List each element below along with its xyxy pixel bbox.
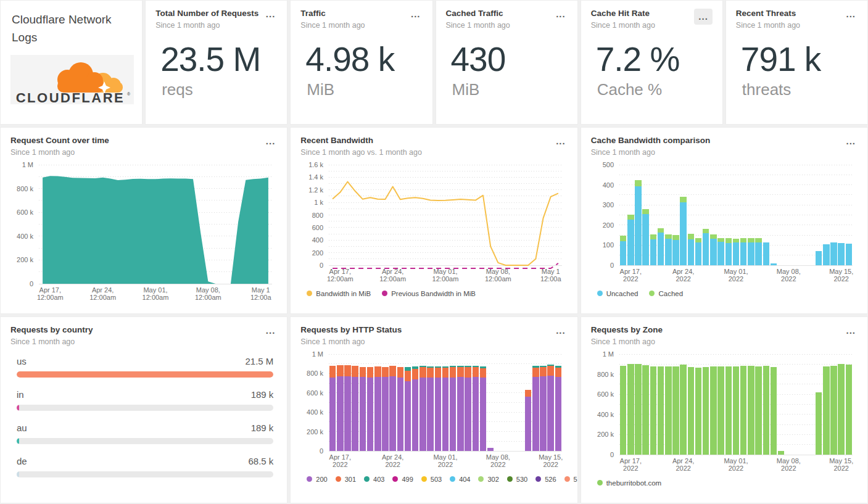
legend-item[interactable]: Uncached (597, 290, 639, 297)
panel-menu-icon[interactable]: ... (554, 136, 568, 147)
stat-panel-cached-traffic: Cached Traffic Since 1 month ago ... 430… (436, 0, 578, 125)
svg-text:600: 600 (312, 224, 323, 231)
country-bar-fill (17, 438, 19, 444)
legend-item[interactable]: 200 (307, 476, 327, 483)
country-label: au (17, 423, 27, 433)
panel-menu-icon[interactable]: ... (844, 325, 858, 336)
requests-by-country-panel: Requests by country Since 1 month ago ..… (0, 316, 287, 503)
svg-text:Apr 24,2022: Apr 24,2022 (382, 453, 403, 468)
svg-text:0: 0 (610, 262, 614, 269)
panel-menu-icon[interactable]: ... (409, 9, 423, 20)
country-value: 189 k (251, 423, 274, 433)
panel-menu-icon[interactable]: ... (554, 325, 568, 336)
svg-text:1 M: 1 M (602, 350, 613, 358)
svg-text:May 08,2022: May 08,2022 (776, 268, 800, 283)
request-count-panel: Request Count over time Since 1 month ag… (0, 127, 287, 314)
cloud-front-shape (57, 62, 104, 93)
requests-by-zone-chart[interactable]: 0200 k400 k600 k800 k1 MApr 17,2022Apr 2… (591, 349, 858, 476)
panel-subtitle: Since 1 month ago (591, 21, 655, 30)
country-value: 189 k (251, 389, 274, 400)
country-row: au189 k (17, 423, 273, 444)
request-count-chart[interactable]: 0200 k400 k600 k800 k1 MApr 17,12:00amAp… (10, 159, 277, 305)
svg-text:Apr 24,12:00am: Apr 24,12:00am (380, 268, 407, 283)
panel-menu-icon[interactable]: ... (844, 9, 858, 20)
svg-text:800 k: 800 k (17, 184, 33, 192)
panel-menu-icon[interactable]: ... (694, 9, 713, 25)
panel-subtitle: Since 1 month ago (446, 21, 510, 30)
legend-item[interactable]: Previous Bandwidth in MiB (382, 290, 476, 297)
svg-text:200: 200 (602, 221, 613, 229)
legend-item[interactable]: 302 (478, 476, 498, 483)
panel-menu-icon[interactable]: ... (844, 136, 858, 147)
svg-text:May 08,2022: May 08,2022 (776, 457, 800, 472)
svg-text:0: 0 (320, 447, 323, 455)
legend-item[interactable]: 403 (364, 476, 384, 483)
svg-text:800: 800 (312, 211, 323, 218)
panel-subtitle: Since 1 month ago vs. 1 month ago (300, 148, 422, 157)
panel-title: Request Count over time (10, 136, 109, 146)
country-row: de68.5 k (17, 456, 273, 477)
legend-item[interactable]: 524 (564, 476, 578, 483)
requests-by-zone-panel: Requests by Zone Since 1 month ago ... 0… (581, 316, 868, 503)
svg-text:May 112:00a: May 112:00a (250, 286, 272, 301)
legend-label: theburritobot.com (606, 479, 662, 487)
svg-text:Apr 17,12:00am: Apr 17,12:00am (37, 286, 64, 301)
legend-item[interactable]: 526 (535, 476, 556, 483)
svg-text:1 k: 1 k (315, 199, 324, 206)
panel-menu-icon[interactable]: ... (264, 325, 278, 336)
panel-title: Requests by Zone (591, 325, 663, 336)
cache-bandwidth-legend: UncachedCached (597, 290, 858, 297)
logo-reg-mark: ® (127, 92, 131, 96)
svg-text:0: 0 (30, 280, 33, 287)
svg-text:May 15,2022: May 15,2022 (539, 453, 563, 468)
legend-item[interactable]: 503 (421, 476, 442, 483)
legend-dot-icon (597, 480, 603, 485)
panel-menu-icon[interactable]: ... (264, 9, 278, 20)
svg-text:Apr 17,2022: Apr 17,2022 (329, 453, 351, 468)
svg-text:May 01,12:00am: May 01,12:00am (432, 268, 459, 283)
legend-item[interactable]: Bandwidth in MiB (307, 290, 371, 297)
country-label: us (17, 356, 27, 366)
svg-text:1 M: 1 M (312, 350, 323, 358)
svg-text:600 k: 600 k (307, 389, 323, 397)
stat-value: 791 k (741, 39, 858, 79)
panel-title: Cache Bandwidth comparison (591, 136, 711, 146)
legend-label: Uncached (606, 290, 639, 297)
svg-text:600 k: 600 k (597, 390, 614, 398)
brand-panel: Cloudflare Network Logs CLOUDFLARE ® (0, 0, 143, 125)
cloudflare-logo-svg: CLOUDFLARE ® (10, 55, 134, 104)
panel-title: Total Number of Requests (155, 9, 258, 19)
legend-label: 200 (316, 476, 327, 483)
legend-item[interactable]: 530 (507, 476, 527, 483)
legend-item[interactable]: Cached (649, 290, 683, 297)
country-bar-track (17, 438, 273, 444)
legend-dot-icon (421, 476, 427, 482)
legend-dot-icon (392, 476, 398, 482)
svg-text:800 k: 800 k (307, 370, 323, 377)
requests-by-http-status-chart[interactable]: 0200 k400 k600 k800 k1 MApr 17,2022Apr 2… (300, 349, 567, 472)
svg-text:May 08,12:00am: May 08,12:00am (485, 268, 511, 283)
cache_bandwidth-plot: 0100200300400500Apr 17,2022Apr 24,2022Ma… (591, 159, 858, 286)
panel-menu-icon[interactable]: ... (554, 9, 568, 20)
legend-item[interactable]: 499 (392, 476, 413, 483)
svg-text:400: 400 (602, 181, 613, 188)
legend-item[interactable]: 404 (450, 476, 470, 483)
stat-panel-traffic: Traffic Since 1 month ago ... 4.98 k MiB (290, 0, 432, 125)
legend-label: Previous Bandwidth in MiB (391, 290, 476, 297)
svg-text:Apr 17,12:00am: Apr 17,12:00am (327, 268, 353, 283)
dashboard-title: Cloudflare Network Logs (12, 11, 132, 46)
legend-label: 403 (373, 476, 384, 483)
svg-text:0: 0 (320, 262, 323, 269)
legend-item[interactable]: 301 (336, 476, 356, 483)
legend-dot-icon (535, 476, 541, 482)
cache-bandwidth-chart[interactable]: 0100200300400500Apr 17,2022Apr 24,2022Ma… (591, 159, 858, 286)
legend-item[interactable]: theburritobot.com (597, 479, 662, 487)
stat-unit: reqs (162, 80, 277, 99)
recent-bandwidth-chart[interactable]: 02004006008001 k1.2 k1.4 k1.6 kApr 17,12… (300, 159, 567, 286)
panel-menu-icon[interactable]: ... (264, 136, 278, 147)
country-label: de (17, 456, 27, 466)
requests_by_zone-plot: 0200 k400 k600 k800 k1 MApr 17,2022Apr 2… (591, 349, 858, 476)
panel-subtitle: Since 1 month ago (591, 148, 711, 157)
svg-text:200 k: 200 k (17, 256, 33, 263)
panel-subtitle: Since 1 month ago (300, 21, 365, 30)
